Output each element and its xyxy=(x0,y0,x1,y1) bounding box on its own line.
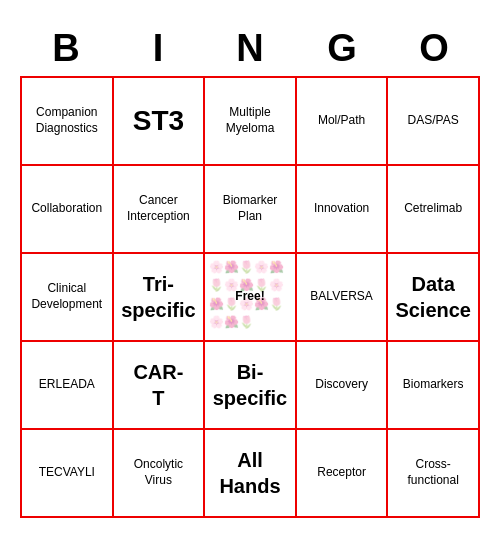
bingo-letter-G: G xyxy=(296,26,388,72)
bingo-cell-r0c4: DAS/PAS xyxy=(388,78,480,166)
bingo-letter-N: N xyxy=(204,26,296,72)
bingo-cell-r0c3: Mol/Path xyxy=(297,78,389,166)
bingo-cell-r4c0: TECVAYLI xyxy=(22,430,114,518)
bingo-cell-r3c4: Biomarkers xyxy=(388,342,480,430)
bingo-cell-r0c1: ST3 xyxy=(114,78,206,166)
bingo-cell-r4c1: Oncolytic Virus xyxy=(114,430,206,518)
bingo-letter-B: B xyxy=(20,26,112,72)
bingo-cell-r0c2: Multiple Myeloma xyxy=(205,78,297,166)
bingo-cell-r1c1: Cancer Interception xyxy=(114,166,206,254)
bingo-cell-r2c3: BALVERSA xyxy=(297,254,389,342)
bingo-cell-r0c0: Companion Diagnostics xyxy=(22,78,114,166)
bingo-cell-r3c2: Bi- specific xyxy=(205,342,297,430)
bingo-cell-r1c3: Innovation xyxy=(297,166,389,254)
bingo-cell-r2c4: Data Science xyxy=(388,254,480,342)
bingo-cell-r3c3: Discovery xyxy=(297,342,389,430)
bingo-header: BINGO xyxy=(20,26,480,72)
bingo-letter-I: I xyxy=(112,26,204,72)
bingo-cell-r2c2: 🌸🌺🌷🌸🌺🌷🌸🌺🌷🌸🌺🌷🌸🌺🌷🌸🌺🌷Free! xyxy=(205,254,297,342)
bingo-cell-r1c0: Collaboration xyxy=(22,166,114,254)
bingo-cell-r1c4: Cetrelimab xyxy=(388,166,480,254)
bingo-cell-r4c4: Cross- functional xyxy=(388,430,480,518)
bingo-cell-r3c0: ERLEADA xyxy=(22,342,114,430)
bingo-cell-r3c1: CAR- T xyxy=(114,342,206,430)
bingo-letter-O: O xyxy=(388,26,480,72)
bingo-grid: Companion DiagnosticsST3Multiple Myeloma… xyxy=(20,76,480,518)
bingo-cell-r4c3: Receptor xyxy=(297,430,389,518)
bingo-cell-r2c0: Clinical Development xyxy=(22,254,114,342)
bingo-cell-r1c2: Biomarker Plan xyxy=(205,166,297,254)
bingo-card: BINGO Companion DiagnosticsST3Multiple M… xyxy=(10,16,490,528)
bingo-cell-r2c1: Tri- specific xyxy=(114,254,206,342)
bingo-cell-r4c2: All Hands xyxy=(205,430,297,518)
